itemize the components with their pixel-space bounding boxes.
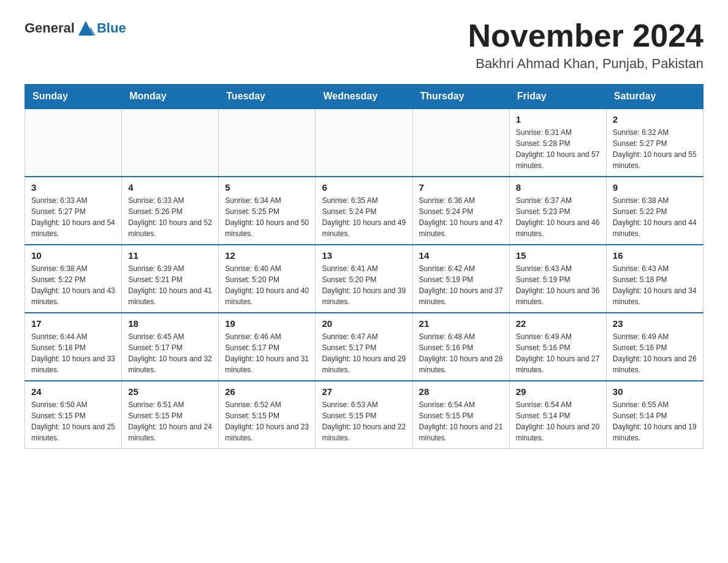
calendar-cell: 17Sunrise: 6:44 AMSunset: 5:18 PMDayligh… [25,313,122,381]
calendar-cell: 19Sunrise: 6:46 AMSunset: 5:17 PMDayligh… [219,313,316,381]
header-tuesday: Tuesday [219,85,316,109]
calendar-cell: 9Sunrise: 6:38 AMSunset: 5:22 PMDaylight… [606,177,703,245]
month-title: November 2024 [468,18,703,53]
week-row-0: 1Sunrise: 6:31 AMSunset: 5:28 PMDaylight… [25,109,703,177]
day-number: 4 [128,182,212,193]
day-number: 12 [225,250,309,261]
calendar-cell: 7Sunrise: 6:36 AMSunset: 5:24 PMDaylight… [412,177,509,245]
day-number: 5 [225,182,309,193]
calendar-cell: 18Sunrise: 6:45 AMSunset: 5:17 PMDayligh… [122,313,219,381]
calendar-cell: 8Sunrise: 6:37 AMSunset: 5:23 PMDaylight… [509,177,606,245]
day-info: Sunrise: 6:41 AMSunset: 5:20 PMDaylight:… [322,263,406,307]
day-info: Sunrise: 6:33 AMSunset: 5:26 PMDaylight:… [128,195,212,239]
week-row-2: 10Sunrise: 6:38 AMSunset: 5:22 PMDayligh… [25,245,703,313]
day-number: 13 [322,250,406,261]
day-info: Sunrise: 6:32 AMSunset: 5:27 PMDaylight:… [613,127,697,171]
calendar-cell: 15Sunrise: 6:43 AMSunset: 5:19 PMDayligh… [509,245,606,313]
calendar-cell: 5Sunrise: 6:34 AMSunset: 5:25 PMDaylight… [219,177,316,245]
day-info: Sunrise: 6:39 AMSunset: 5:21 PMDaylight:… [128,263,212,307]
day-info: Sunrise: 6:44 AMSunset: 5:18 PMDaylight:… [31,331,115,375]
day-number: 24 [31,386,115,397]
header-friday: Friday [509,85,606,109]
location-text: Bakhri Ahmad Khan, Punjab, Pakistan [468,56,703,72]
calendar-cell: 21Sunrise: 6:48 AMSunset: 5:16 PMDayligh… [412,313,509,381]
calendar-cell: 27Sunrise: 6:53 AMSunset: 5:15 PMDayligh… [316,381,412,449]
day-info: Sunrise: 6:49 AMSunset: 5:16 PMDaylight:… [516,331,600,375]
day-number: 27 [322,386,406,397]
calendar-cell [219,109,316,177]
calendar-cell [122,109,219,177]
day-info: Sunrise: 6:38 AMSunset: 5:22 PMDaylight:… [613,195,697,239]
day-number: 3 [31,182,115,193]
day-number: 29 [516,386,600,397]
day-number: 9 [613,182,697,193]
day-number: 7 [419,182,503,193]
calendar-header-row: SundayMondayTuesdayWednesdayThursdayFrid… [25,85,703,109]
header-wednesday: Wednesday [316,85,412,109]
calendar-cell: 11Sunrise: 6:39 AMSunset: 5:21 PMDayligh… [122,245,219,313]
calendar-cell: 1Sunrise: 6:31 AMSunset: 5:28 PMDaylight… [509,109,606,177]
day-number: 6 [322,182,406,193]
header-saturday: Saturday [606,85,703,109]
day-info: Sunrise: 6:52 AMSunset: 5:15 PMDaylight:… [225,399,309,443]
calendar-cell: 14Sunrise: 6:42 AMSunset: 5:19 PMDayligh… [412,245,509,313]
day-number: 10 [31,250,115,261]
day-number: 8 [516,182,600,193]
day-number: 11 [128,250,212,261]
day-number: 1 [516,114,600,124]
calendar-cell: 28Sunrise: 6:54 AMSunset: 5:15 PMDayligh… [412,381,509,449]
day-info: Sunrise: 6:47 AMSunset: 5:17 PMDaylight:… [322,331,406,375]
calendar-cell: 25Sunrise: 6:51 AMSunset: 5:15 PMDayligh… [122,381,219,449]
calendar-cell: 6Sunrise: 6:35 AMSunset: 5:24 PMDaylight… [316,177,412,245]
calendar-cell [25,109,122,177]
logo-icon [76,18,96,38]
day-info: Sunrise: 6:42 AMSunset: 5:19 PMDaylight:… [419,263,503,307]
calendar-cell: 10Sunrise: 6:38 AMSunset: 5:22 PMDayligh… [25,245,122,313]
calendar-cell: 4Sunrise: 6:33 AMSunset: 5:26 PMDaylight… [122,177,219,245]
calendar-cell: 16Sunrise: 6:43 AMSunset: 5:18 PMDayligh… [606,245,703,313]
week-row-1: 3Sunrise: 6:33 AMSunset: 5:27 PMDaylight… [25,177,703,245]
day-info: Sunrise: 6:54 AMSunset: 5:15 PMDaylight:… [419,399,503,443]
logo-blue-text: Blue [97,20,126,36]
day-number: 26 [225,386,309,397]
day-number: 22 [516,318,600,329]
logo: General Blue [25,18,126,38]
calendar-cell [412,109,509,177]
calendar-cell [316,109,412,177]
day-number: 28 [419,386,503,397]
day-info: Sunrise: 6:35 AMSunset: 5:24 PMDaylight:… [322,195,406,239]
title-block: November 2024 Bakhri Ahmad Khan, Punjab,… [468,18,703,72]
week-row-4: 24Sunrise: 6:50 AMSunset: 5:15 PMDayligh… [25,381,703,449]
day-number: 30 [613,386,697,397]
calendar-cell: 24Sunrise: 6:50 AMSunset: 5:15 PMDayligh… [25,381,122,449]
calendar-table: SundayMondayTuesdayWednesdayThursdayFrid… [25,84,703,449]
calendar-cell: 26Sunrise: 6:52 AMSunset: 5:15 PMDayligh… [219,381,316,449]
calendar-cell: 12Sunrise: 6:40 AMSunset: 5:20 PMDayligh… [219,245,316,313]
header-thursday: Thursday [412,85,509,109]
day-info: Sunrise: 6:45 AMSunset: 5:17 PMDaylight:… [128,331,212,375]
day-number: 19 [225,318,309,329]
day-info: Sunrise: 6:48 AMSunset: 5:16 PMDaylight:… [419,331,503,375]
day-info: Sunrise: 6:43 AMSunset: 5:18 PMDaylight:… [613,263,697,307]
day-info: Sunrise: 6:51 AMSunset: 5:15 PMDaylight:… [128,399,212,443]
day-info: Sunrise: 6:37 AMSunset: 5:23 PMDaylight:… [516,195,600,239]
logo-general-text: General [25,20,75,36]
day-number: 14 [419,250,503,261]
day-number: 23 [613,318,697,329]
calendar-cell: 30Sunrise: 6:55 AMSunset: 5:14 PMDayligh… [606,381,703,449]
day-info: Sunrise: 6:49 AMSunset: 5:16 PMDaylight:… [613,331,697,375]
calendar-cell: 20Sunrise: 6:47 AMSunset: 5:17 PMDayligh… [316,313,412,381]
day-info: Sunrise: 6:38 AMSunset: 5:22 PMDaylight:… [31,263,115,307]
calendar-cell: 3Sunrise: 6:33 AMSunset: 5:27 PMDaylight… [25,177,122,245]
calendar-cell: 13Sunrise: 6:41 AMSunset: 5:20 PMDayligh… [316,245,412,313]
day-info: Sunrise: 6:31 AMSunset: 5:28 PMDaylight:… [516,127,600,171]
day-info: Sunrise: 6:40 AMSunset: 5:20 PMDaylight:… [225,263,309,307]
header-monday: Monday [122,85,219,109]
day-info: Sunrise: 6:46 AMSunset: 5:17 PMDaylight:… [225,331,309,375]
day-info: Sunrise: 6:50 AMSunset: 5:15 PMDaylight:… [31,399,115,443]
day-info: Sunrise: 6:34 AMSunset: 5:25 PMDaylight:… [225,195,309,239]
page-header: General Blue November 2024 Bakhri Ahmad … [25,18,703,72]
day-number: 16 [613,250,697,261]
day-number: 20 [322,318,406,329]
day-info: Sunrise: 6:36 AMSunset: 5:24 PMDaylight:… [419,195,503,239]
